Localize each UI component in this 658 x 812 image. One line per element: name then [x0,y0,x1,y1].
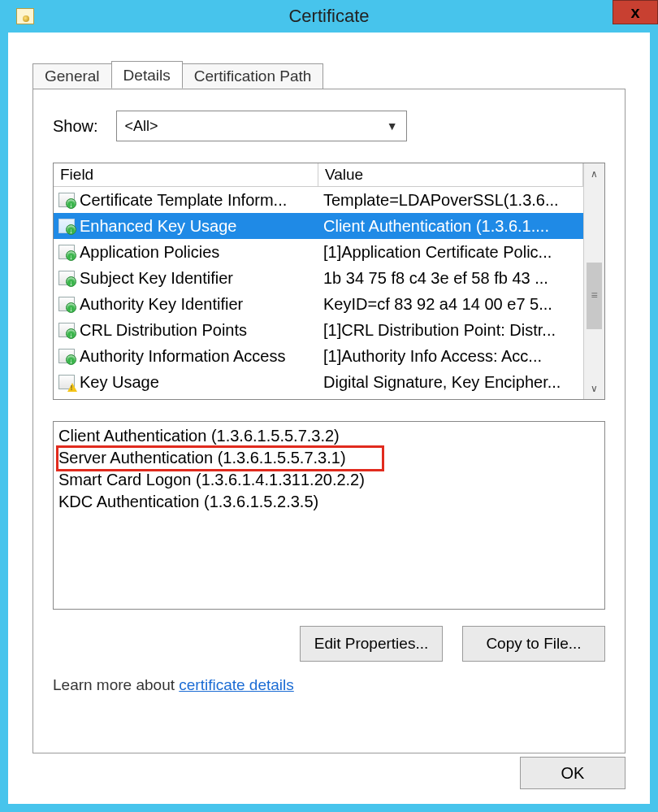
titlebar: Certificate x [0,0,658,33]
column-value-header[interactable]: Value [318,163,583,187]
field-value: Digital Signature, Key Encipher... [318,373,583,392]
listview-body: Field Value Certificate Template Inform.… [54,163,583,399]
extension-icon [58,297,75,311]
extension-icon [58,271,75,285]
show-value: <All> [125,118,158,135]
show-combobox[interactable]: <All> ▼ [116,111,407,141]
field-name: CRL Distribution Points [80,321,247,340]
field-name: Certificate Template Inform... [80,191,287,210]
certificate-window: Certificate x General Details Certificat… [0,0,658,812]
field-name: Application Policies [80,243,219,262]
chevron-down-icon: ▼ [387,119,398,132]
fields-listview: Field Value Certificate Template Inform.… [53,163,605,400]
field-name: Enhanced Key Usage [80,217,236,236]
field-value: Template=LDAPoverSSL(1.3.6... [318,191,583,210]
client-area: General Details Certification Path Show:… [8,33,650,804]
listview-rows: Certificate Template Inform...Template=L… [54,187,583,399]
edit-properties-button[interactable]: Edit Properties... [300,626,443,662]
field-value: [1]Authority Info Access: Acc... [318,347,583,366]
ok-button[interactable]: OK [520,757,626,789]
extension-icon [58,245,75,259]
tab-strip: General Details Certification Path [32,61,650,89]
field-value: KeyID=cf 83 92 a4 14 00 e7 5... [318,295,583,314]
tab-details[interactable]: Details [111,61,183,89]
scroll-down-button[interactable]: ∨ [584,378,604,399]
extension-icon [58,349,75,363]
extension-icon [58,323,75,337]
listview-header: Field Value [54,163,583,187]
field-name: Authority Information Access [80,347,285,366]
close-button[interactable]: x [613,0,658,24]
field-value: 1b 34 75 f8 c4 3e ef 58 fb 43 ... [318,269,583,288]
scroll-up-button[interactable]: ∧ [584,163,604,185]
column-field-header[interactable]: Field [54,163,318,187]
extension-icon [58,193,75,207]
table-row[interactable]: Key UsageDigital Signature, Key Encipher… [54,369,583,395]
table-row[interactable]: Certificate Template Inform...Template=L… [54,187,583,213]
field-value: [1]Application Certificate Polic... [318,243,583,262]
button-row: Edit Properties... Copy to File... [53,626,605,662]
table-row[interactable]: Subject Key Identifier1b 34 75 f8 c4 3e … [54,265,583,291]
learn-more-row: Learn more about certificate details [53,676,605,694]
detail-line: Smart Card Logon (1.3.6.1.4.1.311.20.2.2… [58,469,600,491]
show-label: Show: [53,117,98,136]
table-row[interactable]: Authority Information Access[1]Authority… [54,343,583,369]
scroll-track[interactable] [584,185,604,378]
show-filter-row: Show: <All> ▼ [53,111,605,141]
tab-certification-path[interactable]: Certification Path [182,63,324,91]
warning-icon [58,375,75,389]
detail-textbox[interactable]: Client Authentication (1.3.6.1.5.5.7.3.2… [53,421,605,610]
field-name: Authority Key Identifier [80,295,243,314]
details-tab-page: Show: <All> ▼ Field Value Certificate Te… [32,89,626,753]
ok-row: OK [520,757,626,789]
table-row[interactable]: CRL Distribution Points[1]CRL Distributi… [54,317,583,343]
detail-line: Server Authentication (1.3.6.1.5.5.7.3.1… [58,447,600,469]
learn-more-prefix: Learn more about [53,676,179,693]
table-row[interactable]: Authority Key IdentifierKeyID=cf 83 92 a… [54,291,583,317]
extension-icon [58,219,75,233]
detail-line: KDC Authentication (1.3.6.1.5.2.3.5) [58,491,600,513]
scroll-thumb[interactable] [587,263,602,329]
field-name: Key Usage [80,373,159,392]
certificate-details-link[interactable]: certificate details [179,676,294,693]
window-title: Certificate [288,6,369,27]
field-name: Subject Key Identifier [80,269,233,288]
table-row[interactable]: Enhanced Key UsageClient Authentication … [54,213,583,239]
certificate-icon [16,8,34,24]
tab-general[interactable]: General [32,63,112,91]
field-value: Client Authentication (1.3.6.1.... [318,217,583,236]
close-icon: x [630,3,639,22]
detail-line: Client Authentication (1.3.6.1.5.5.7.3.2… [58,425,600,447]
copy-to-file-button[interactable]: Copy to File... [462,626,605,662]
field-value: [1]CRL Distribution Point: Distr... [318,321,583,340]
vertical-scrollbar[interactable]: ∧ ∨ [583,163,604,399]
table-row[interactable]: Application Policies[1]Application Certi… [54,239,583,265]
